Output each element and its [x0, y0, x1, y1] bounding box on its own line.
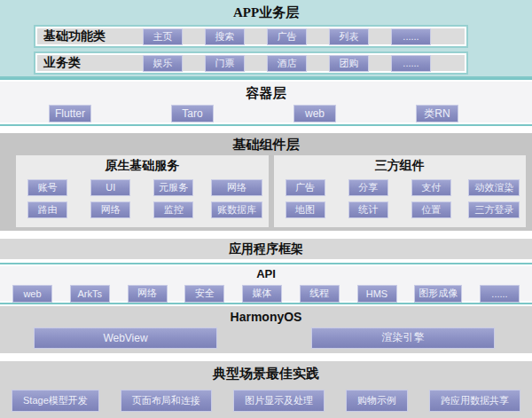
diagram-node-chip: HMS — [357, 285, 397, 303]
framework-layer-title: 应用程序框架 — [0, 239, 532, 259]
diagram-node-chip: 统计 — [348, 201, 388, 218]
diagram-node-chip: 购物示例 — [346, 390, 408, 412]
app-row-business: 业务类 娱乐门票酒店团购...... — [34, 51, 468, 75]
diagram-node-chip: 网络 — [211, 179, 262, 196]
row-label-basic-functions: 基础功能类 — [43, 28, 143, 44]
diagram-node-chip: Stage模型开发 — [12, 390, 99, 412]
diagram-node-chip: 元服务 — [153, 179, 193, 196]
diagram-node-chip: 位置 — [411, 201, 451, 218]
panel-third-party: 三方组件 广告分享支付动效渲染 地图统计位置三方登录 — [274, 155, 527, 227]
diagram-node-chip: 线程 — [300, 285, 340, 303]
diagram-node-chip: ...... — [391, 55, 431, 72]
native-services-row-1: 账号UI元服务网络 — [16, 179, 269, 196]
diagram-node-chip: 主页 — [143, 28, 183, 45]
diagram-node-chip: 地图 — [286, 201, 325, 218]
panel-native-services: 原生基础服务 账号UI元服务网络 路由网络监控账数据库 — [16, 155, 269, 227]
diagram-node-chip: ArkTs — [70, 285, 110, 303]
container-layer-title: 容器层 — [0, 85, 532, 101]
best-practices-title: 典型场景最佳实践 — [0, 366, 532, 382]
third-party-row-1: 广告分享支付动效渲染 — [274, 179, 527, 196]
diagram-node-chip: 跨应用数据共享 — [429, 390, 520, 412]
diagram-node-chip: 三方登录 — [468, 201, 520, 218]
diagram-node-chip: ...... — [391, 28, 431, 45]
diagram-node-chip: UI — [90, 179, 130, 196]
section-app-layer: APP业务层 基础功能类 主页搜索广告列表...... 业务类 娱乐门票酒店团购… — [0, 0, 532, 78]
diagram-node-chip: 图形成像 — [414, 285, 462, 303]
best-practice-chips: Stage模型开发页面布局和连接图片显示及处理购物示例跨应用数据共享 — [0, 390, 532, 412]
diagram-node-chip: web — [12, 285, 52, 303]
diagram-node-chip: 分享 — [348, 179, 388, 196]
diagram-node-chip: 媒体 — [242, 285, 282, 303]
diagram-node-chip: 网络 — [128, 285, 168, 303]
harmonyos-chips: WebView渲染引擎 — [0, 327, 532, 349]
diagram-node-chip: 广告 — [286, 179, 325, 196]
spacer — [0, 231, 532, 239]
components-layer-title: 基础组件层 — [0, 137, 532, 153]
business-chips: 娱乐门票酒店团购...... — [143, 55, 431, 72]
diagram-node-chip: 账号 — [27, 179, 67, 196]
diagram-node-chip: 搜索 — [205, 28, 245, 45]
basic-function-chips: 主页搜索广告列表...... — [143, 28, 431, 45]
diagram-node-chip: web — [293, 105, 336, 122]
spacer — [0, 126, 532, 133]
diagram-node-chip: WebView — [34, 327, 217, 349]
diagram-node-chip: 团购 — [329, 55, 369, 72]
section-api-layer: API webArkTs网络安全媒体线程HMS图形成像...... — [0, 263, 532, 304]
app-layer-title: APP业务层 — [0, 4, 532, 20]
diagram-node-chip: 网络 — [90, 201, 130, 218]
section-components-layer: 基础组件层 原生基础服务 账号UI元服务网络 路由网络监控账数据库 三方组件 广… — [0, 133, 532, 231]
section-best-practices: 典型场景最佳实践 Stage模型开发页面布局和连接图片显示及处理购物示例跨应用数… — [0, 361, 532, 418]
app-row-basic-functions: 基础功能类 主页搜索广告列表...... — [34, 25, 468, 48]
api-layer-title: API — [0, 267, 532, 281]
diagram-node-chip: 账数据库 — [211, 201, 262, 218]
container-chips: FlutterTaroweb类RN — [0, 105, 532, 122]
diagram-node-chip: 渲染引擎 — [311, 327, 495, 349]
diagram-node-chip: 类RN — [416, 105, 458, 122]
diagram-node-chip: 门票 — [205, 55, 245, 72]
api-chips: webArkTs网络安全媒体线程HMS图形成像...... — [0, 285, 532, 303]
row-label-business: 业务类 — [43, 55, 143, 71]
diagram-node-chip: 列表 — [329, 28, 369, 45]
diagram-node-chip: 酒店 — [267, 55, 307, 72]
diagram-node-chip: 监控 — [153, 201, 193, 218]
diagram-node-chip: Taro — [171, 105, 214, 122]
third-party-row-2: 地图统计位置三方登录 — [274, 201, 527, 218]
section-harmonyos-layer: HarmonyOS WebView渲染引擎 — [0, 306, 532, 353]
diagram-node-chip: Flutter — [49, 105, 91, 122]
panel-third-party-title: 三方组件 — [274, 159, 527, 174]
spacer — [0, 353, 532, 361]
diagram-node-chip: 动效渲染 — [468, 179, 520, 196]
diagram-node-chip: 安全 — [184, 285, 224, 303]
diagram-node-chip: ...... — [480, 285, 520, 303]
section-container-layer: 容器层 FlutterTaroweb类RN — [0, 78, 532, 126]
diagram-node-chip: 娱乐 — [143, 55, 183, 72]
section-framework-layer: 应用程序框架 — [0, 239, 532, 259]
diagram-node-chip: 支付 — [411, 179, 451, 196]
native-services-row-2: 路由网络监控账数据库 — [16, 201, 269, 218]
architecture-diagram: APP业务层 基础功能类 主页搜索广告列表...... 业务类 娱乐门票酒店团购… — [0, 0, 532, 418]
diagram-node-chip: 广告 — [267, 28, 307, 45]
diagram-node-chip: 路由 — [27, 201, 67, 218]
diagram-node-chip: 图片显示及处理 — [233, 390, 325, 412]
panel-native-services-title: 原生基础服务 — [16, 159, 269, 174]
diagram-node-chip: 页面布局和连接 — [121, 390, 212, 412]
component-panels: 原生基础服务 账号UI元服务网络 路由网络监控账数据库 三方组件 广告分享支付动… — [16, 155, 526, 227]
harmonyos-layer-title: HarmonyOS — [0, 310, 532, 325]
